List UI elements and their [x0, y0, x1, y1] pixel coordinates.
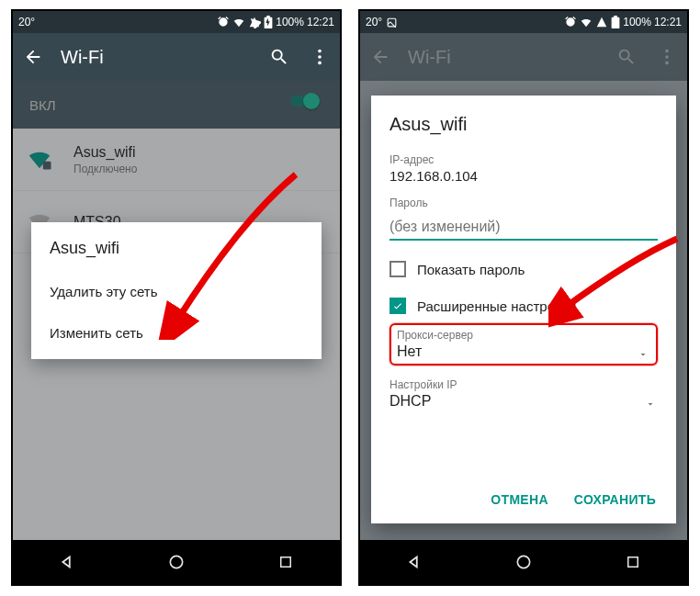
clock: 12:21	[307, 16, 334, 28]
proxy-value: Нет	[397, 343, 650, 360]
save-button[interactable]: СОХРАНИТЬ	[572, 485, 658, 514]
svg-point-4	[170, 556, 182, 568]
screenshot-icon	[386, 17, 398, 28]
network-edit-dialog: Asus_wifi IP-адрес 192.168.0.104 Пароль …	[371, 96, 676, 523]
wifi-icon	[580, 16, 593, 28]
clock: 12:21	[654, 16, 682, 28]
ip-address-value: 192.168.0.104	[390, 168, 658, 184]
dialog-actions: ОТМЕНА СОХРАНИТЬ	[390, 485, 658, 514]
nav-back[interactable]	[45, 540, 89, 584]
show-password-row[interactable]: Показать пароль	[390, 261, 658, 277]
phone-right: 20° 100% 12:21 Wi-Fi Asus_wifi IP-адрес …	[358, 9, 689, 586]
nav-back[interactable]	[392, 540, 436, 584]
overflow-button[interactable]	[307, 44, 333, 70]
advanced-row[interactable]: Расширенные настройки	[390, 298, 658, 314]
dialog-title: Asus_wifi	[390, 114, 658, 135]
ip-address-label: IP-адрес	[390, 153, 658, 166]
svg-rect-6	[388, 18, 396, 27]
nav-bar	[360, 540, 687, 584]
svg-point-10	[517, 556, 529, 568]
proxy-label: Прокси-сервер	[397, 329, 650, 342]
ip-settings-value: DHCP	[390, 393, 658, 410]
cancel-button[interactable]: ОТМЕНА	[489, 485, 549, 514]
nav-home[interactable]	[154, 540, 198, 584]
action-bar: Wi-Fi	[13, 33, 340, 81]
status-bar: 20° 100% 12:21	[13, 11, 340, 33]
menu-item-modify[interactable]: Изменить сеть	[50, 312, 303, 354]
battery-icon	[611, 16, 620, 28]
proxy-dropdown[interactable]: Прокси-сервер Нет	[397, 329, 650, 360]
battery-pct: 100%	[623, 16, 651, 28]
svg-point-0	[318, 50, 322, 53]
advanced-label: Расширенные настройки	[417, 298, 576, 314]
chevron-down-icon	[638, 347, 649, 364]
nav-home[interactable]	[502, 540, 546, 584]
password-label: Пароль	[390, 197, 658, 209]
checkbox-icon	[390, 261, 406, 277]
context-menu-dialog: Asus_wifi Удалить эту сеть Изменить сеть	[31, 222, 322, 359]
page-title: Wi-Fi	[61, 47, 252, 68]
nav-recent[interactable]	[264, 540, 308, 584]
chevron-down-icon	[645, 397, 656, 413]
wifi-icon	[232, 16, 245, 28]
svg-point-1	[318, 55, 322, 59]
ip-settings-dropdown[interactable]: Настройки IP DHCP	[390, 378, 658, 410]
battery-pct: 100%	[276, 16, 304, 28]
nav-recent[interactable]	[611, 540, 655, 584]
signal-icon	[248, 16, 261, 28]
ip-settings-label: Настройки IP	[390, 378, 658, 391]
temp-indicator: 20°	[366, 16, 382, 28]
svg-point-2	[318, 62, 322, 65]
back-button[interactable]	[20, 44, 46, 70]
alarm-icon	[217, 16, 230, 28]
status-bar: 20° 100% 12:21	[360, 11, 687, 33]
show-password-label: Показать пароль	[417, 262, 525, 277]
alarm-icon	[564, 16, 577, 28]
signal-icon	[595, 16, 608, 28]
search-button[interactable]	[266, 44, 292, 70]
nav-bar	[13, 540, 340, 584]
temp-indicator: 20°	[18, 16, 35, 28]
battery-icon	[264, 16, 273, 28]
svg-rect-11	[627, 557, 638, 568]
menu-item-forget[interactable]: Удалить эту сеть	[50, 271, 303, 312]
phone-left: 20° 100% 12:21 Wi-Fi	[11, 9, 342, 586]
checkbox-icon	[390, 298, 406, 314]
dialog-title: Asus_wifi	[50, 239, 303, 258]
password-input[interactable]	[390, 213, 658, 241]
proxy-highlight: Прокси-сервер Нет	[390, 323, 658, 365]
svg-rect-5	[280, 557, 290, 568]
